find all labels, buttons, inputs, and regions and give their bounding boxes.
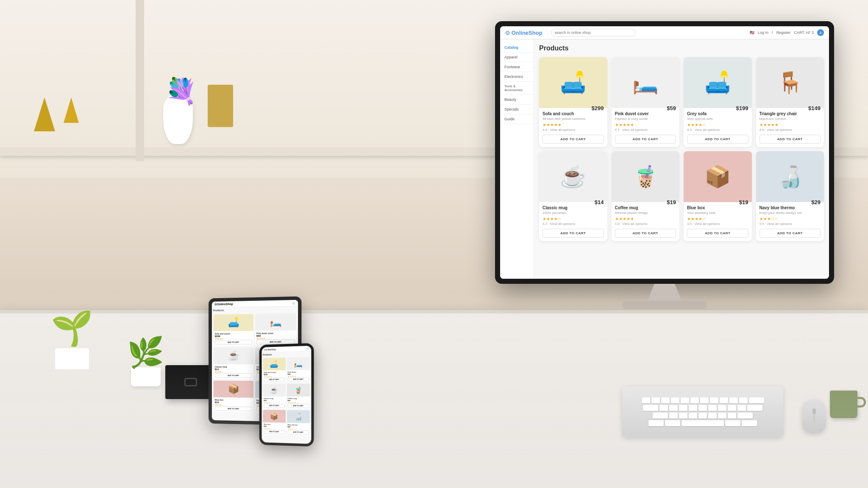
key-e — [671, 397, 679, 403]
tablet-product-sofa: 🛋️ Sofa and couch $299 ★★★★★ ADD TO CART — [214, 314, 253, 346]
sidebar-item-tools[interactable]: Tools & Accessories — [500, 82, 534, 95]
phone-add-to-cart-mug[interactable]: ADD TO CART — [264, 404, 284, 408]
sidebar-item-apparel[interactable]: Apparel — [500, 53, 534, 62]
key-d — [679, 405, 687, 411]
tablet-add-to-cart-box[interactable]: ADD TO CART — [215, 406, 252, 411]
phone-mug-image: ☕ — [263, 384, 285, 396]
monitor-stand-neck — [648, 284, 682, 301]
add-to-cart-coffee-mug[interactable]: ADD TO CART — [615, 229, 676, 238]
add-to-cart-chair[interactable]: ADD TO CART — [760, 135, 821, 144]
add-to-cart-sofa-couch[interactable]: ADD TO CART — [542, 135, 604, 144]
keyboard-row-2 — [643, 405, 762, 411]
phone-product-mug: ☕ Classic mug $14 ★★★★☆ ADD TO CART — [263, 384, 285, 409]
product-desc-duvet: Fashion & cozy nordic — [615, 117, 676, 121]
product-name-chair: Triangle grey chair — [760, 111, 821, 116]
phone-add-to-cart-box[interactable]: ADD TO CART — [264, 430, 284, 434]
monitor-stand-base — [622, 301, 707, 309]
product-image-chair: 🪑 — [756, 57, 824, 108]
product-star-count-chair: 4.6 · View all opinions — [760, 128, 821, 132]
key-s — [669, 405, 678, 411]
pencil-holder — [208, 85, 233, 127]
shop-sidebar: Catalog Apparel Footwear Electronics Too… — [500, 39, 534, 279]
phone-product-duvet: 🛏️ Pink duvet $59 ★★★★★ ADD TO CART — [287, 357, 310, 383]
phone-add-to-cart-thermo[interactable]: ADD TO CART — [287, 430, 309, 435]
search-input[interactable] — [551, 29, 636, 36]
tablet-duvet-info: Pink duvet cover $59 ★★★★★ ADD TO CART — [255, 330, 296, 346]
key-i — [720, 397, 728, 403]
product-image-coffee-mug: 🧋 — [612, 151, 680, 202]
add-to-cart-grey-sofa[interactable]: ADD TO CART — [687, 135, 748, 144]
sidebar-item-beauty[interactable]: Beauty — [500, 95, 534, 105]
phone-add-to-cart-duvet[interactable]: ADD TO CART — [287, 377, 309, 382]
christmas-trees — [34, 97, 79, 131]
key-ctrl-right — [742, 420, 757, 426]
cart-label[interactable]: CART: AF 3 — [794, 30, 814, 35]
tablet-add-to-cart-mug[interactable]: ADD TO CART — [215, 373, 252, 378]
currency-flag: 🇺🇸 — [750, 30, 754, 35]
keyboard-row-3 — [653, 413, 753, 419]
phone-product-thermo: 🍶 Navy thermo $29 ★★★☆☆ ADD TO CART — [287, 410, 310, 435]
product-stars-sofa-couch: ★★★★★ — [542, 122, 604, 127]
sidebar-item-electronics[interactable]: Electronics — [500, 72, 534, 82]
keyboard — [622, 386, 783, 437]
key-j — [718, 405, 726, 411]
key-k — [728, 405, 736, 411]
shelf-divider — [136, 0, 144, 161]
sidebar-item-guide[interactable]: Guide — [500, 114, 534, 124]
keyboard-row-4 — [648, 420, 757, 426]
plant-pot — [131, 367, 161, 386]
sidebar-item-footwear[interactable]: Footwear — [500, 62, 534, 72]
phone-sofa-info: Sofa and couch $299 ★★★★★ ADD TO CART — [263, 370, 285, 383]
product-star-count-classic-mug: 4.2 · View all opinions — [542, 222, 604, 226]
product-desc-chair: Maximum comfort — [760, 117, 821, 121]
key-caps — [643, 405, 658, 411]
tablet-duvet-image: 🛏️ — [255, 313, 296, 331]
phone-coffee-image: 🧋 — [287, 384, 310, 396]
key-x — [679, 413, 687, 419]
christmas-tree-2 — [64, 97, 79, 123]
tablet-mug-info: Classic mug $14 ★★★★☆ ADD TO CART — [214, 364, 253, 379]
product-stars-thermo: ★★★☆☆ — [760, 216, 821, 221]
key-t — [690, 397, 699, 403]
tablet-product-box: 📦 Blue box $19 ★★★★☆ ADD TO CART — [214, 380, 253, 413]
key-shift-left — [653, 413, 668, 419]
cart-count-badge[interactable]: 2 — [817, 29, 824, 36]
monitor-frame: ⊙ OnlineShop 🇺🇸 Log In / Register CART: … — [495, 21, 834, 284]
key-f — [689, 405, 697, 411]
product-price-coffee-mug: $19 — [667, 199, 676, 205]
phone-coffee-info: Coffee mug $19 ★★★★★ ADD TO CART — [287, 396, 310, 409]
phone-box-image: 📦 — [263, 410, 285, 423]
phone-add-to-cart-sofa[interactable]: ADD TO CART — [264, 377, 284, 382]
product-stars-chair: ★★★★★ — [760, 122, 821, 127]
phone-screen: ⊙OnlineShop 🛒 Products 🛋️ Sofa and couch… — [262, 346, 312, 444]
key-alt-right — [725, 420, 740, 426]
register-link[interactable]: Register — [776, 30, 791, 35]
product-card-classic-mug: ☕ Classic mug $14 100% porcelain ★★★★☆ 4… — [539, 151, 607, 241]
add-to-cart-classic-mug[interactable]: ADD TO CART — [542, 229, 604, 238]
vase: 💐 — [161, 76, 195, 144]
product-image-sofa-couch: 🛋️ — [539, 57, 607, 108]
shop-header: ⊙ OnlineShop 🇺🇸 Log In / Register CART: … — [500, 26, 829, 39]
phone-thermo-image: 🍶 — [287, 410, 310, 423]
sidebar-item-specials[interactable]: Specials — [500, 105, 534, 114]
search-bar[interactable] — [551, 29, 742, 36]
shop-body: Catalog Apparel Footwear Electronics Too… — [500, 39, 829, 279]
tablet-cart: 🛒 — [292, 302, 295, 305]
login-link[interactable]: Log In — [758, 30, 768, 35]
add-to-cart-blue-box[interactable]: ADD TO CART — [687, 229, 748, 238]
phone-cart: 🛒 — [306, 347, 309, 349]
product-stars-duvet: ★★★★★ — [615, 122, 676, 127]
key-c — [689, 413, 697, 419]
key-w — [661, 397, 670, 403]
product-star-count-duvet: 4.7 · View all opinions — [615, 128, 676, 132]
add-to-cart-duvet[interactable]: ADD TO CART — [615, 135, 676, 144]
tablet-add-to-cart-sofa[interactable]: ADD TO CART — [215, 340, 252, 344]
add-to-cart-thermo[interactable]: ADD TO CART — [760, 229, 821, 238]
product-star-count-blue-box: 4.0 · View all opinions — [687, 222, 748, 226]
products-grid: 🛋️ Sofa and couch $299 All blue with yel… — [539, 57, 824, 241]
product-stars-coffee-mug: ★★★★★ — [615, 216, 676, 221]
sidebar-item-catalog[interactable]: Catalog — [500, 43, 534, 53]
phone-add-to-cart-coffee[interactable]: ADD TO CART — [287, 404, 309, 408]
key-alt-left — [665, 420, 680, 426]
product-card-grey-sofa: 🛋️ Grey sofa $199 Very special sofa ★★★★… — [684, 57, 752, 147]
